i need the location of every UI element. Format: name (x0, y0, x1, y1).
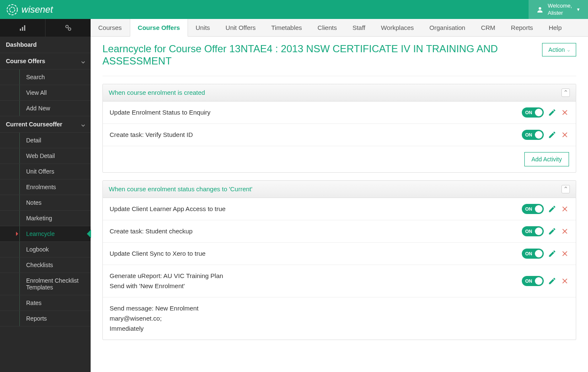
svg-rect-3 (20, 29, 21, 31)
edit-icon[interactable] (548, 249, 556, 258)
delete-icon[interactable] (561, 277, 569, 285)
svg-point-0 (7, 4, 18, 15)
add-activity-wrap: Add Activity (103, 146, 576, 172)
section-header: When course enrolment is created⌃ (103, 84, 576, 102)
tab-workplaces[interactable]: Workplaces (373, 19, 422, 36)
sidebar-top-buttons (0, 19, 91, 37)
activity-controls: ON (522, 249, 569, 259)
sidebar-item-web-detail[interactable]: Web Detail (0, 148, 91, 164)
sidebar: Dashboard Course Offers⌵ SearchView AllA… (0, 19, 91, 372)
sidebar-course-offers[interactable]: Course Offers⌵ (0, 53, 91, 70)
section-title: When course enrolment is created (109, 89, 205, 96)
toggle-on[interactable]: ON (522, 204, 544, 214)
activity-controls: ON (522, 107, 569, 118)
activity-text: Update Client Learner App Access to true (110, 204, 226, 214)
settings-button[interactable] (46, 19, 91, 37)
welcome-area[interactable]: Welcome, Alister ▼ (529, 0, 588, 19)
delete-icon[interactable] (561, 249, 569, 258)
activity-row: Generate uReport: AU VIC Training PlanSe… (103, 265, 576, 297)
welcome-label: Welcome, (548, 3, 572, 10)
learncycle-section: When course enrolment status changes to … (102, 180, 576, 340)
activity-row: Update Enrolment Status to EnquiryON (103, 102, 576, 124)
top-tabs: CoursesCourse OffersUnitsUnit OffersTime… (91, 19, 588, 37)
sidebar-item-notes[interactable]: Notes (0, 195, 91, 211)
tab-courses[interactable]: Courses (91, 19, 130, 36)
sidebar-item-logbook[interactable]: Logbook (0, 242, 91, 257)
add-activity-button[interactable]: Add Activity (524, 152, 569, 166)
action-button[interactable]: Action⌵ (542, 43, 576, 56)
activity-row: Update Client Learner App Access to true… (103, 198, 576, 220)
sidebar-item-unit-offers[interactable]: Unit Offers (0, 164, 91, 179)
edit-icon[interactable] (548, 108, 556, 117)
activity-row: Update Client Sync to Xero to trueON (103, 243, 576, 265)
activity-controls: ON (522, 130, 569, 140)
sidebar-current-courseoffer[interactable]: Current Courseoffer⌵ (0, 116, 91, 133)
svg-point-6 (66, 25, 68, 28)
tab-staff[interactable]: Staff (345, 19, 373, 36)
toggle-on[interactable]: ON (522, 130, 544, 140)
sidebar-item-reports[interactable]: Reports (0, 311, 91, 327)
sidebar-dashboard[interactable]: Dashboard (0, 37, 91, 53)
activity-row: Create task: Verify Student IDON (103, 124, 576, 146)
sidebar-item-detail[interactable]: Detail (0, 133, 91, 148)
svg-point-2 (539, 7, 541, 10)
app-header: wisenet Welcome, Alister ▼ (0, 0, 588, 19)
activity-row: Create task: Student checkupON (103, 220, 576, 243)
sidebar-item-enrolment-checklist-templates[interactable]: Enrolment Checklist Templates (0, 273, 91, 295)
activity-controls: ON (522, 226, 569, 236)
sidebar-item-enrolments[interactable]: Enrolments (0, 179, 91, 195)
wisenet-logo-icon (6, 4, 18, 16)
toggle-on[interactable]: ON (522, 249, 544, 259)
activity-text: Send message: New Enrolmentmary@wisenet.… (110, 303, 199, 334)
activity-text: Update Client Sync to Xero to true (110, 249, 206, 259)
page-title: Learncycle for Course Offer 13NTAE4 : 20… (102, 43, 524, 67)
chevron-down-icon: ⌵ (81, 58, 85, 64)
delete-icon[interactable] (561, 108, 569, 117)
sidebar-item-search[interactable]: Search (0, 70, 91, 85)
sidebar-item-add-new[interactable]: Add New (0, 101, 91, 116)
collapse-icon[interactable]: ⌃ (561, 88, 570, 97)
learncycle-section: When course enrolment is created⌃Update … (102, 84, 576, 173)
tab-clients[interactable]: Clients (310, 19, 345, 36)
welcome-username: Alister (548, 10, 572, 17)
delete-icon[interactable] (561, 205, 569, 213)
brand-logo[interactable]: wisenet (6, 4, 53, 16)
activity-controls: ON (522, 276, 569, 286)
activity-text: Create task: Verify Student ID (110, 130, 193, 140)
svg-point-1 (10, 7, 15, 12)
activity-text: Create task: Student checkup (110, 226, 193, 236)
tab-help[interactable]: Help (541, 19, 570, 36)
collapse-icon[interactable]: ⌃ (561, 185, 570, 193)
svg-rect-5 (24, 25, 25, 31)
delete-icon[interactable] (561, 227, 569, 236)
sidebar-item-learncycle[interactable]: Learncycle (0, 226, 91, 242)
toggle-on[interactable]: ON (522, 107, 544, 118)
tab-course-offers[interactable]: Course Offers (130, 19, 188, 37)
caret-down-icon: ▼ (576, 7, 580, 12)
section-header: When course enrolment status changes to … (103, 181, 576, 198)
tab-crm[interactable]: CRM (473, 19, 503, 36)
tab-units[interactable]: Units (188, 19, 218, 36)
stats-button[interactable] (0, 19, 46, 37)
edit-icon[interactable] (548, 205, 556, 213)
sidebar-item-checklists[interactable]: Checklists (0, 257, 91, 273)
tab-timetables[interactable]: Timetables (264, 19, 310, 36)
svg-rect-4 (22, 27, 23, 31)
user-icon (536, 6, 544, 13)
tab-organisation[interactable]: Organisation (422, 19, 473, 36)
sidebar-item-rates[interactable]: Rates (0, 295, 91, 311)
delete-icon[interactable] (561, 131, 569, 139)
tab-reports[interactable]: Reports (503, 19, 541, 36)
sidebar-item-view-all[interactable]: View All (0, 85, 91, 101)
activity-text: Update Enrolment Status to Enquiry (110, 107, 210, 118)
toggle-on[interactable]: ON (522, 226, 544, 236)
edit-icon[interactable] (548, 131, 556, 139)
tab-unit-offers[interactable]: Unit Offers (218, 19, 263, 36)
edit-icon[interactable] (548, 227, 556, 236)
toggle-on[interactable]: ON (522, 276, 544, 286)
section-title: When course enrolment status changes to … (109, 185, 252, 193)
sidebar-item-marketing[interactable]: Marketing (0, 211, 91, 226)
activity-text: Generate uReport: AU VIC Training PlanSe… (110, 271, 223, 291)
edit-icon[interactable] (548, 277, 556, 285)
brand-name: wisenet (21, 4, 53, 15)
